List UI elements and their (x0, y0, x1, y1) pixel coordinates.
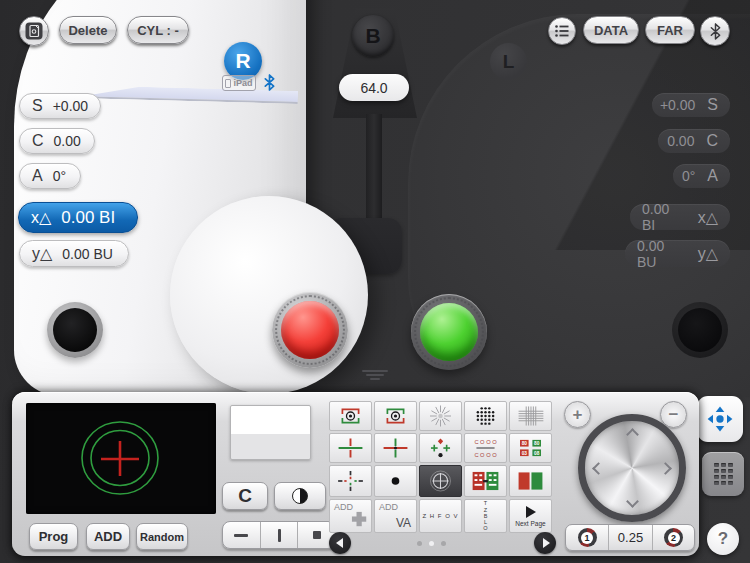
right-arrow-icon (543, 538, 550, 548)
chart-single-dot[interactable] (374, 465, 417, 497)
chart-cross-fixation[interactable] (329, 433, 372, 463)
chart-fan-dial[interactable] (419, 401, 462, 431)
step-dial-1-button[interactable]: 1 (566, 525, 608, 550)
page-indicator (417, 541, 446, 546)
prism-y-pill-left-eye[interactable]: 0.00 BU y△ (625, 240, 730, 267)
green-button[interactable] (411, 294, 487, 370)
add-label: ADD (334, 502, 353, 512)
cylinder-pill-left-eye[interactable]: 0.00 C (658, 129, 730, 153)
pd-value: 64.0 (360, 80, 387, 96)
svg-text:03: 03 (522, 451, 528, 456)
chart-display-screen (26, 403, 216, 514)
dot-cluster-icon (465, 402, 506, 430)
left-eye-badge[interactable]: L (490, 43, 527, 80)
delete-button[interactable]: Delete (59, 16, 117, 44)
landolt-c-button[interactable]: C (222, 482, 268, 510)
increase-button[interactable]: + (564, 401, 591, 428)
chart-preview-card[interactable] (230, 405, 311, 460)
chart-dot-cluster[interactable] (464, 401, 507, 431)
jog-dial[interactable] (578, 414, 686, 522)
svg-text:08: 08 (534, 451, 540, 456)
value-text: 0° (53, 168, 66, 184)
cylinder-pill-right-eye[interactable]: C 0.00 (19, 128, 95, 154)
data-button[interactable]: DATA (583, 16, 639, 44)
chart-fixation-disparity[interactable] (329, 465, 372, 497)
chart-letter-row[interactable]: Z H F O V (419, 499, 462, 533)
chart-crosshatch[interactable] (509, 401, 552, 431)
sphere-pill-right-eye[interactable]: S +0.00 (19, 93, 101, 119)
right-eye-lens-ring (47, 302, 103, 358)
list-button[interactable] (548, 17, 576, 45)
chevron-up-icon (626, 428, 639, 441)
single-dot-icon (375, 466, 416, 496)
svg-text:80: 80 (534, 441, 540, 446)
crosshatch-icon (510, 402, 551, 430)
prev-page-button[interactable] (329, 532, 351, 554)
chart-add-va[interactable]: ADD VA (374, 499, 417, 533)
green-red-cross-dot-icon (375, 434, 416, 462)
chart-binocular-balance[interactable] (464, 465, 507, 497)
step-dial-2-button[interactable]: 2 (652, 525, 694, 550)
step-value[interactable]: 0.25 (608, 525, 652, 550)
value-label: A (707, 167, 718, 185)
help-button[interactable]: ? (707, 523, 739, 555)
add-label: ADD (379, 502, 398, 512)
add-button[interactable]: ADD (86, 523, 130, 550)
pd-value-pill[interactable]: 64.0 (339, 74, 409, 101)
chart-duochrome-numbers[interactable]: 80 80 03 08 (509, 433, 552, 463)
right-eye-badge-label: R (235, 49, 250, 73)
contrast-button[interactable] (274, 482, 326, 510)
prism-y-pill-right-eye[interactable]: y△ 0.00 BU (19, 240, 129, 267)
handle-bar (366, 374, 384, 376)
vertical-line-icon (278, 529, 281, 542)
va-label: VA (396, 516, 411, 530)
chart-duochrome-rings[interactable]: C O O O C O O O (464, 433, 507, 463)
play-icon (526, 506, 536, 518)
chart-worth-dot-green-top[interactable] (374, 401, 417, 431)
duochrome-ring-icon: C O O O C O O O (465, 434, 506, 462)
handle-bar (362, 370, 388, 372)
axis-pill-left-eye[interactable]: 0° A (673, 164, 730, 188)
chart-red-green-panels[interactable] (509, 465, 552, 497)
left-arrow-icon (336, 538, 343, 548)
page-dot-active (429, 541, 434, 546)
value-text: 0.00 (54, 133, 81, 149)
chart-next-page[interactable]: Next Page (509, 499, 552, 533)
left-eye-lens-ring (672, 302, 728, 358)
prism-x-pill-left-eye[interactable]: 0.00 BI x△ (630, 204, 730, 230)
chart-spot-target-selected[interactable] (419, 465, 462, 497)
page-dot (441, 541, 446, 546)
chart-cross-fixation-dot[interactable] (374, 433, 417, 463)
bluetooth-button[interactable] (700, 16, 730, 46)
chevron-right-icon (659, 462, 672, 475)
prism-x-pill-right-eye-selected[interactable]: x△ 0.00 BI (18, 202, 138, 233)
prog-button[interactable]: Prog (29, 523, 78, 550)
red-button[interactable] (272, 292, 348, 368)
bluetooth-icon (709, 23, 722, 40)
far-button[interactable]: FAR (645, 16, 695, 44)
bridge-button[interactable]: B (352, 15, 394, 57)
cyl-sign-button[interactable]: CYL : - (127, 16, 189, 44)
value-text: +0.00 (53, 98, 88, 114)
svg-text:C O O O: C O O O (474, 452, 497, 458)
chart-aniseikonia[interactable] (419, 433, 462, 463)
svg-text:80: 80 (522, 441, 528, 446)
keypad-tab[interactable] (702, 452, 744, 496)
chart-move-tab[interactable] (697, 396, 743, 442)
chart-add-cross[interactable]: ADD (329, 499, 372, 533)
vertical-line-option[interactable] (260, 522, 298, 548)
records-button[interactable] (19, 16, 49, 46)
value-label: C (32, 132, 44, 150)
right-eye-lens (53, 308, 97, 352)
random-button[interactable]: Random (136, 523, 188, 550)
next-page-button[interactable] (534, 532, 556, 554)
move-arrows-icon (706, 405, 734, 433)
red-green-panels-icon (510, 466, 551, 496)
chart-letter-column[interactable]: T Z B L O (464, 499, 507, 533)
sphere-pill-left-eye[interactable]: +0.00 S (652, 93, 730, 117)
panel-pull-handle[interactable] (360, 370, 390, 380)
horizontal-line-option[interactable] (223, 522, 260, 548)
value-text: 0.00 BI (642, 201, 686, 233)
chart-worth-dot-red-top[interactable] (329, 401, 372, 431)
axis-pill-right-eye[interactable]: A 0° (19, 163, 81, 189)
